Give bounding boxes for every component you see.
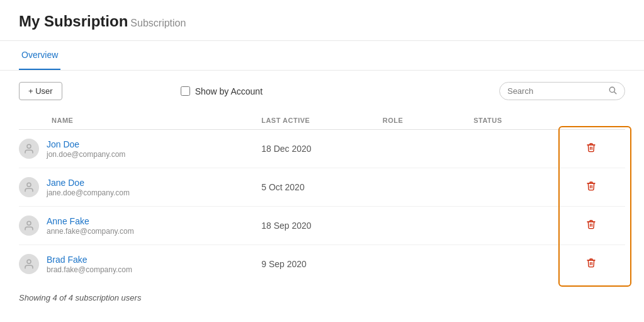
search-input[interactable] (507, 86, 604, 96)
table-row: Anne Fake anne.fake@company.com 18 Sep 2… (19, 207, 625, 245)
last-active: 5 Oct 2020 (261, 182, 305, 192)
user-info: Brad Fake brad.fake@company.com (47, 255, 132, 274)
table-wrapper: NAME LAST ACTIVE ROLE STATUS Jon Doe jon… (0, 112, 644, 283)
actions-cell (565, 130, 625, 168)
user-info: Anne Fake anne.fake@company.com (47, 216, 134, 236)
col-header-last-active: LAST ACTIVE (261, 112, 383, 130)
actions-cell (565, 168, 625, 207)
delete-button[interactable] (584, 140, 599, 158)
user-email: jane.doe@company.com (47, 188, 130, 197)
role-cell (383, 245, 473, 284)
user-email: jon.doe@company.com (47, 150, 125, 159)
show-by-account-text: Show by Account (195, 86, 263, 96)
actions-cell (565, 207, 625, 245)
status-cell (473, 245, 564, 284)
user-name[interactable]: Jon Doe (47, 139, 125, 149)
user-name[interactable]: Jane Doe (47, 178, 130, 188)
delete-button[interactable] (584, 178, 599, 196)
users-table: NAME LAST ACTIVE ROLE STATUS Jon Doe jon… (19, 112, 625, 283)
footer-summary: Showing 4 of 4 subscription users (0, 283, 644, 309)
svg-point-5 (27, 260, 31, 263)
avatar (19, 254, 39, 274)
table-row: Jane Doe jane.doe@company.com 5 Oct 2020 (19, 168, 625, 207)
delete-button[interactable] (584, 255, 599, 273)
page-title-main: My Subsription (19, 13, 128, 30)
status-cell (473, 207, 564, 245)
show-by-account-checkbox[interactable] (181, 86, 190, 96)
table-row: Brad Fake brad.fake@company.com 9 Sep 20… (19, 245, 625, 284)
user-name-cell: Anne Fake anne.fake@company.com (19, 216, 254, 236)
user-name-cell: Jane Doe jane.doe@company.com (19, 177, 254, 197)
tab-overview[interactable]: Overview (19, 41, 60, 70)
role-cell (383, 130, 473, 168)
svg-point-4 (27, 221, 31, 225)
search-container (499, 82, 625, 100)
user-email: brad.fake@company.com (47, 265, 132, 274)
col-header-actions (565, 112, 625, 130)
search-icon (608, 86, 617, 96)
col-header-status: STATUS (473, 112, 564, 130)
delete-button[interactable] (584, 217, 599, 234)
avatar (19, 177, 39, 197)
show-by-account-label[interactable]: Show by Account (181, 86, 263, 96)
toolbar: + User Show by Account (0, 71, 644, 112)
page-header: My SubsriptionSubscription (0, 0, 644, 41)
avatar (19, 139, 39, 159)
user-name-cell: Brad Fake brad.fake@company.com (19, 254, 254, 274)
avatar (19, 216, 39, 236)
role-cell (383, 207, 473, 245)
role-cell (383, 168, 473, 207)
tabs-bar: Overview (0, 41, 644, 71)
user-name[interactable]: Anne Fake (47, 216, 134, 226)
svg-point-2 (27, 144, 31, 148)
svg-point-3 (27, 183, 31, 187)
col-header-role: ROLE (383, 112, 473, 130)
user-info: Jon Doe jon.doe@company.com (47, 139, 125, 159)
user-name[interactable]: Brad Fake (47, 255, 132, 265)
user-email: anne.fake@company.com (47, 227, 134, 236)
svg-line-1 (614, 92, 616, 94)
user-name-cell: Jon Doe jon.doe@company.com (19, 139, 254, 159)
status-cell (473, 168, 564, 207)
last-active: 18 Dec 2020 (261, 144, 311, 154)
add-user-button[interactable]: + User (19, 82, 62, 100)
table-header-row: NAME LAST ACTIVE ROLE STATUS (19, 112, 625, 130)
user-info: Jane Doe jane.doe@company.com (47, 178, 130, 197)
svg-point-0 (609, 87, 614, 92)
last-active: 18 Sep 2020 (261, 221, 311, 231)
page-title-sub: Subscription (130, 18, 186, 28)
table-row: Jon Doe jon.doe@company.com 18 Dec 2020 (19, 130, 625, 168)
col-header-name: NAME (19, 112, 261, 130)
status-cell (473, 130, 564, 168)
actions-cell (565, 245, 625, 284)
last-active: 9 Sep 2020 (261, 259, 307, 269)
